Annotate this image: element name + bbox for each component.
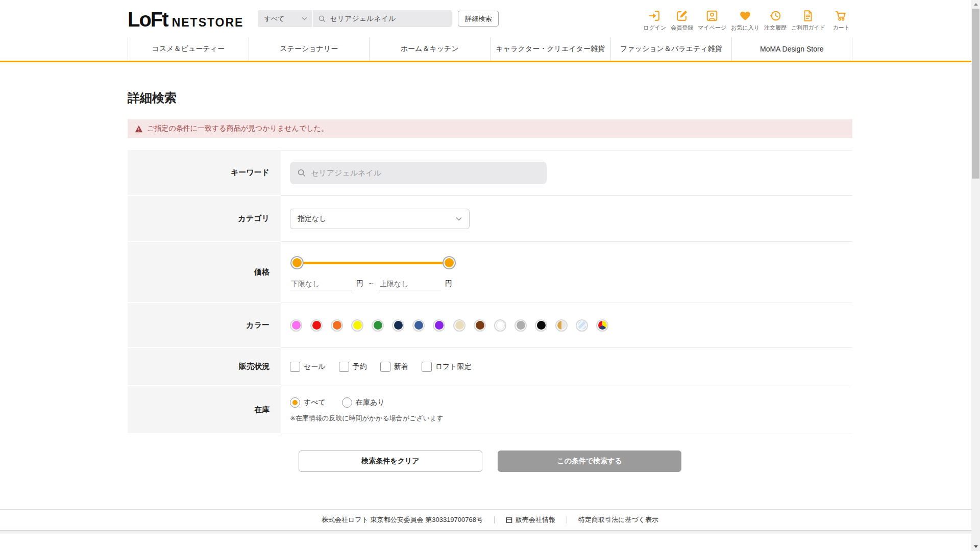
clear-conditions-button[interactable]: 検索条件をクリア: [299, 450, 482, 472]
price-max-unit: 円: [445, 279, 452, 290]
sale-checkbox-label: セール: [304, 362, 326, 371]
sale-checkbox[interactable]: [290, 362, 300, 372]
mypage-label: マイページ: [698, 24, 726, 32]
header-quick-links: ログイン 会員登録 マイページ: [643, 6, 852, 32]
header-search-box: すべて: [258, 10, 452, 27]
loft-limited-checkbox[interactable]: [422, 362, 432, 372]
form-row-category: カテゴリ 指定なし: [128, 196, 852, 242]
nav-item-stationery[interactable]: ステーショナリー: [249, 37, 370, 61]
form-row-sales-status: 販売状況 セール 予約 新着: [128, 348, 852, 386]
site-footer: 株式会社ロフト 東京都公安委員会 第303319700768号 販売会社情報 特…: [0, 509, 980, 530]
price-range-slider[interactable]: [297, 262, 449, 264]
color-swatch-clear[interactable]: [576, 319, 588, 332]
price-slider-min-handle[interactable]: [291, 257, 303, 268]
radio-item-in-stock: 在庫あり: [342, 397, 385, 408]
stock-all-radio-label: すべて: [304, 398, 326, 407]
footer-company-text: 株式会社ロフト 東京都公安委員会 第303319700768号: [310, 515, 494, 524]
keyword-label: キーワード: [128, 150, 281, 196]
logo-netstore-text: NETSTORE: [172, 16, 244, 30]
search-category-select[interactable]: すべて: [258, 10, 313, 27]
color-swatch-green[interactable]: [372, 319, 384, 332]
search-icon: [318, 15, 326, 23]
color-swatch-brown[interactable]: [474, 319, 486, 332]
color-swatch-gray[interactable]: [514, 319, 527, 332]
price-separator: ～: [368, 279, 375, 290]
cart-link[interactable]: カート: [830, 9, 852, 32]
warning-icon: [135, 125, 143, 133]
price-max-input[interactable]: [379, 278, 441, 290]
favorites-link[interactable]: お気に入り: [731, 9, 760, 32]
new-arrival-checkbox[interactable]: [380, 362, 390, 372]
color-swatch-navy[interactable]: [392, 319, 404, 332]
scroll-up-arrow[interactable]: [971, 0, 980, 9]
color-swatch-red[interactable]: [310, 319, 323, 332]
color-swatch-gold-silver[interactable]: [555, 319, 568, 332]
nav-item-home-kitchen[interactable]: ホーム＆キッチン: [369, 37, 490, 61]
stock-all-radio[interactable]: [290, 397, 300, 408]
page: LoFt NETSTORE すべて: [0, 0, 980, 551]
page-title: 詳細検索: [128, 90, 852, 106]
reservation-checkbox[interactable]: [339, 362, 349, 372]
category-select[interactable]: 指定なし: [290, 209, 470, 229]
color-swatches: [290, 319, 852, 332]
color-swatch-blue[interactable]: [412, 319, 425, 332]
chevron-down-icon: [302, 17, 307, 20]
price-min-input[interactable]: [290, 278, 352, 290]
color-swatch-beige[interactable]: [453, 319, 465, 332]
stock-options: すべて 在庫あり: [290, 397, 852, 408]
category-select-value: 指定なし: [298, 214, 327, 223]
advanced-search-form: キーワード カテゴリ 指定なし: [128, 150, 852, 434]
color-swatch-pink[interactable]: [290, 319, 302, 332]
favorites-label: お気に入り: [731, 24, 760, 32]
nav-item-fashion[interactable]: ファッション＆バラエティ雑貨: [610, 37, 731, 61]
no-results-alert: ご指定の条件に一致する商品が見つかりませんでした。: [128, 119, 852, 138]
footer-link-seller-info[interactable]: 販売会社情報: [495, 515, 567, 524]
nav-item-character[interactable]: キャラクター・クリエイター雑貨: [490, 37, 611, 61]
guide-link[interactable]: ご利用ガイド: [791, 9, 825, 32]
stock-available-radio[interactable]: [342, 397, 352, 408]
chevron-down-icon: [456, 217, 462, 221]
form-actions: 検索条件をクリア この条件で検索する: [128, 450, 852, 472]
mypage-link[interactable]: マイページ: [698, 9, 726, 32]
color-swatch-orange[interactable]: [331, 319, 343, 332]
guide-label: ご利用ガイド: [791, 24, 825, 32]
order-history-link[interactable]: 注文履歴: [764, 9, 787, 32]
scrollbar-thumb[interactable]: [972, 9, 979, 179]
vertical-scrollbar[interactable]: [971, 0, 980, 551]
price-label: 価格: [128, 242, 281, 303]
color-swatch-black[interactable]: [535, 319, 547, 332]
header-search-input[interactable]: [330, 15, 447, 23]
footer-commercial-law-label: 特定商取引法に基づく表示: [578, 515, 658, 524]
search-icon: [297, 168, 306, 178]
price-min-unit: 円: [356, 279, 363, 290]
form-row-color: カラー: [128, 303, 852, 348]
reservation-checkbox-label: 予約: [353, 362, 367, 371]
register-link[interactable]: 会員登録: [671, 9, 693, 32]
login-icon: [648, 9, 662, 22]
checkbox-item-loft-limited: ロフト限定: [422, 362, 472, 372]
color-swatch-multicolor[interactable]: [596, 319, 608, 332]
color-swatch-purple[interactable]: [433, 319, 445, 332]
scroll-down-arrow[interactable]: [971, 542, 980, 551]
loft-limited-checkbox-label: ロフト限定: [435, 362, 472, 371]
cart-icon: [835, 9, 848, 22]
footer-link-commercial-law[interactable]: 特定商取引法に基づく表示: [567, 515, 670, 524]
nav-item-moma[interactable]: MoMA Design Store: [731, 37, 853, 61]
login-link[interactable]: ログイン: [643, 9, 666, 32]
register-label: 会員登録: [671, 24, 693, 32]
stock-note: ※在庫情報の反映に時間がかかる場合がございます: [290, 414, 852, 423]
color-swatch-yellow[interactable]: [351, 319, 363, 332]
login-label: ログイン: [643, 24, 666, 32]
sales-status-options: セール 予約 新着 ロフト限定: [290, 362, 852, 372]
order-history-label: 注文履歴: [764, 24, 787, 32]
keyword-input[interactable]: [311, 169, 540, 178]
site-logo[interactable]: LoFt NETSTORE: [128, 8, 243, 31]
cart-label: カート: [832, 24, 850, 32]
color-swatch-white[interactable]: [494, 319, 506, 332]
category-label: カテゴリ: [128, 196, 281, 242]
detail-search-button[interactable]: 詳細検索: [458, 11, 499, 27]
search-with-conditions-button[interactable]: この条件で検索する: [498, 450, 681, 472]
register-icon: [675, 9, 689, 22]
nav-item-cosmetics[interactable]: コスメ＆ビューティー: [128, 37, 249, 61]
price-slider-max-handle[interactable]: [444, 257, 455, 268]
